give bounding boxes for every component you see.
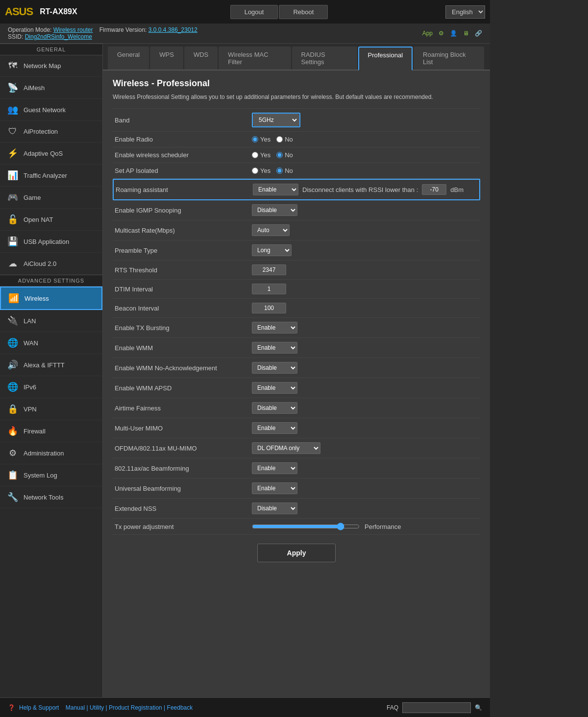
sidebar-label-aimesh: AiMesh (24, 84, 45, 92)
rssi-unit: dBm (450, 186, 464, 193)
label-band: Band (115, 117, 252, 124)
faq-label: FAQ (387, 704, 398, 711)
sidebar-item-traffic-analyzer[interactable]: 📊 Traffic Analyzer (0, 165, 102, 187)
ssid-value[interactable]: Ding2ndRSinfo_Welcome (25, 33, 92, 40)
feedback-link[interactable]: Feedback (167, 704, 193, 711)
help-support-link[interactable]: Help & Support (19, 704, 59, 711)
sidebar-item-administration[interactable]: ⚙ Administration (0, 442, 102, 464)
radio-scheduler-no[interactable]: No (276, 151, 293, 159)
tab-general[interactable]: General (108, 47, 149, 70)
mu-mimo-select[interactable]: EnableDisable (252, 422, 297, 434)
multicast-rate-select[interactable]: Auto12 (252, 224, 290, 236)
radio-enable-radio-yes[interactable]: Yes (252, 136, 270, 143)
row-rts-threshold: RTS Threshold (113, 261, 480, 280)
radio-input-enable-radio-no[interactable] (276, 136, 283, 143)
radio-input-ap-isolated-no[interactable] (276, 167, 283, 174)
apply-button[interactable]: Apply (257, 544, 336, 562)
ofdma-select[interactable]: DL OFDMA onlyEnableDisable (252, 442, 320, 454)
band-select[interactable]: 2.4GHz 5GHz 6GHz (253, 114, 299, 126)
sidebar-item-usb-application[interactable]: 💾 USB Application (0, 231, 102, 253)
user-icon[interactable]: 👤 (450, 30, 457, 37)
faq-search-icon[interactable]: 🔍 (475, 704, 482, 711)
label-beamforming: 802.11ax/ac Beamforming (115, 465, 252, 472)
wmm-apsd-select[interactable]: EnableDisable (252, 382, 297, 394)
extended-nss-select[interactable]: DisableEnable (252, 502, 297, 514)
radio-input-enable-radio-yes[interactable] (252, 136, 258, 143)
wmm-no-ack-select[interactable]: DisableEnable (252, 362, 297, 374)
sidebar-item-open-nat[interactable]: 🔓 Open NAT (0, 209, 102, 231)
dtim-interval-input[interactable] (252, 284, 286, 294)
label-preamble-type: Preamble Type (115, 247, 252, 254)
tab-radius-settings[interactable]: RADIUS Settings (292, 47, 357, 70)
sidebar-label-firewall: Firewall (24, 428, 46, 435)
logout-button[interactable]: Logout (230, 5, 278, 19)
control-igmp-snooping: DisableEnable (252, 204, 297, 216)
radio-input-ap-isolated-yes[interactable] (252, 167, 258, 174)
utility-link[interactable]: Utility (90, 704, 104, 711)
faq-input[interactable] (402, 702, 471, 713)
radio-input-scheduler-no[interactable] (276, 152, 283, 158)
control-dtim-interval (252, 284, 286, 294)
tx-power-slider[interactable] (252, 523, 360, 530)
sidebar-item-aicloud[interactable]: ☁ AiCloud 2.0 (0, 253, 102, 275)
airtime-fairness-select[interactable]: DisableEnable (252, 402, 297, 414)
product-registration-link[interactable]: Product Registration (109, 704, 162, 711)
settings-icon[interactable]: ⚙ (439, 30, 444, 37)
sidebar-item-aiprotection[interactable]: 🛡 AiProtection (0, 121, 102, 143)
monitor-icon[interactable]: 🖥 (463, 30, 469, 37)
sidebar-item-guest-network[interactable]: 👥 Guest Network (0, 99, 102, 121)
radio-ap-isolated-yes[interactable]: Yes (252, 167, 270, 174)
vpn-icon: 🔒 (7, 404, 19, 414)
manual-link[interactable]: Manual (66, 704, 85, 711)
sidebar-item-vpn[interactable]: 🔒 VPN (0, 398, 102, 420)
guest-network-icon: 👥 (7, 104, 19, 115)
network-tools-icon: 🔧 (7, 492, 19, 502)
sidebar-item-network-map[interactable]: 🗺 Network Map (0, 55, 102, 77)
tab-roaming-block-list[interactable]: Roaming Block List (414, 47, 484, 70)
sidebar-item-lan[interactable]: 🔌 LAN (0, 310, 102, 332)
sidebar-item-system-log[interactable]: 📋 System Log (0, 464, 102, 486)
sidebar-item-firewall[interactable]: 🔥 Firewall (0, 420, 102, 442)
radio-input-scheduler-yes[interactable] (252, 152, 258, 158)
game-icon: 🎮 (7, 192, 19, 203)
sidebar-item-adaptive-qos[interactable]: ⚡ Adaptive QoS (0, 143, 102, 165)
firmware-label: Firmware Version: (99, 26, 147, 33)
language-select[interactable]: English (445, 5, 485, 19)
ipv6-icon: 🌐 (7, 382, 19, 392)
sidebar-label-aiprotection: AiProtection (24, 128, 58, 135)
sidebar-item-alexa[interactable]: 🔊 Alexa & IFTTT (0, 354, 102, 376)
operation-mode-value[interactable]: Wireless router (53, 26, 93, 33)
sidebar-item-wireless[interactable]: 📶 Wireless (0, 287, 102, 310)
sidebar-label-game: Game (24, 194, 41, 201)
beacon-interval-input[interactable] (252, 303, 286, 313)
sidebar-item-wan[interactable]: 🌐 WAN (0, 332, 102, 354)
rssi-input[interactable] (422, 184, 446, 195)
sidebar-item-network-tools[interactable]: 🔧 Network Tools (0, 486, 102, 508)
app-label: App (422, 30, 433, 37)
universal-beamforming-select[interactable]: EnableDisable (252, 482, 297, 494)
radio-ap-isolated-no[interactable]: No (276, 167, 293, 174)
reboot-button[interactable]: Reboot (279, 5, 328, 19)
row-band: Band 2.4GHz 5GHz 6GHz (113, 108, 480, 132)
sidebar-label-alexa: Alexa & IFTTT (24, 361, 65, 369)
roaming-assistant-select[interactable]: Enable Disable (253, 184, 298, 195)
sidebar-item-ipv6[interactable]: 🌐 IPv6 (0, 376, 102, 398)
wmm-select[interactable]: EnableDisable (252, 342, 297, 354)
tab-wds[interactable]: WDS (184, 47, 218, 70)
igmp-snooping-select[interactable]: DisableEnable (252, 204, 297, 216)
sidebar-item-game[interactable]: 🎮 Game (0, 187, 102, 209)
tab-wireless-mac-filter[interactable]: Wireless MAC Filter (219, 47, 291, 70)
radio-scheduler-yes[interactable]: Yes (252, 151, 270, 159)
rts-threshold-input[interactable] (252, 264, 286, 275)
radio-enable-radio-no[interactable]: No (276, 136, 293, 143)
firmware-value[interactable]: 3.0.0.4.386_23012 (148, 26, 197, 33)
tab-wps[interactable]: WPS (150, 47, 183, 70)
share-icon[interactable]: 🔗 (475, 30, 482, 37)
control-beamforming: EnableDisable (252, 462, 297, 474)
beamforming-select[interactable]: EnableDisable (252, 462, 297, 474)
preamble-type-select[interactable]: LongShort (252, 244, 292, 256)
tab-professional[interactable]: Professional (358, 47, 413, 71)
tx-bursting-select[interactable]: EnableDisable (252, 322, 297, 334)
sidebar-label-wireless: Wireless (24, 295, 49, 302)
sidebar-item-aimesh[interactable]: 📡 AiMesh (0, 77, 102, 99)
